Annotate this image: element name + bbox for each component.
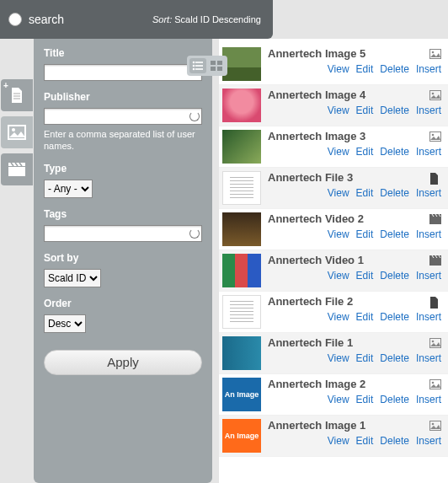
tab-images[interactable] <box>1 116 33 148</box>
image-type-icon <box>429 379 441 391</box>
svg-point-20 <box>432 51 435 54</box>
picture-icon <box>8 125 26 140</box>
sidebar-tabs: + <box>0 39 34 483</box>
tags-input[interactable] <box>44 225 202 242</box>
edit-link[interactable]: Edit <box>356 187 374 199</box>
item-title: Annertech Image 1 <box>268 419 441 432</box>
svg-rect-6 <box>211 61 216 65</box>
svg-rect-8 <box>211 67 216 71</box>
tags-label: Tags <box>44 208 202 220</box>
edit-link[interactable]: Edit <box>356 352 374 364</box>
delete-link[interactable]: Delete <box>380 187 409 199</box>
item-title: Annertech File 1 <box>268 336 441 349</box>
edit-link[interactable]: Edit <box>356 146 374 158</box>
sort-prefix: Sort: <box>152 14 172 24</box>
view-link[interactable]: View <box>328 435 349 447</box>
view-link[interactable]: View <box>328 270 349 282</box>
item-thumbnail[interactable] <box>222 336 261 370</box>
edit-link[interactable]: Edit <box>356 435 374 447</box>
edit-link[interactable]: Edit <box>356 270 374 282</box>
item-actions: ViewEditDeleteInsert <box>268 394 441 405</box>
edit-link[interactable]: Edit <box>356 228 374 240</box>
item-title: Annertech Image 2 <box>268 378 441 390</box>
insert-link[interactable]: Insert <box>416 63 441 75</box>
item-thumbnail[interactable] <box>222 89 261 122</box>
insert-link[interactable]: Insert <box>416 435 441 447</box>
svg-rect-3 <box>195 65 203 67</box>
view-link[interactable]: View <box>328 228 349 240</box>
item-actions: ViewEditDeleteInsert <box>268 63 441 75</box>
title-label: Title <box>44 47 202 59</box>
item-actions: ViewEditDeleteInsert <box>268 435 441 447</box>
delete-link[interactable]: Delete <box>380 228 409 240</box>
insert-link[interactable]: Insert <box>416 228 441 240</box>
svg-point-22 <box>432 93 435 95</box>
view-link[interactable]: View <box>328 311 349 323</box>
view-link[interactable]: View <box>328 146 349 158</box>
sortby-select[interactable]: Scald ID <box>44 269 101 287</box>
svg-point-24 <box>432 134 435 137</box>
delete-link[interactable]: Delete <box>380 311 409 323</box>
edit-link[interactable]: Edit <box>356 105 374 116</box>
item-thumbnail[interactable]: An Image <box>222 419 261 453</box>
view-link[interactable]: View <box>328 63 349 75</box>
header-circle-icon[interactable] <box>8 13 22 26</box>
delete-link[interactable]: Delete <box>380 394 409 405</box>
delete-link[interactable]: Delete <box>380 63 409 75</box>
item-thumbnail[interactable] <box>222 212 261 246</box>
svg-rect-15 <box>8 167 25 176</box>
item-thumbnail[interactable] <box>222 295 261 329</box>
search-placeholder-label[interactable]: search <box>29 13 64 26</box>
sortby-label: Sort by <box>44 252 202 264</box>
view-link[interactable]: View <box>328 352 349 364</box>
delete-link[interactable]: Delete <box>380 270 409 282</box>
item-thumbnail[interactable] <box>222 171 261 205</box>
delete-link[interactable]: Delete <box>380 105 409 116</box>
result-item: Annertech Image 4ViewEditDeleteInsert <box>219 85 448 126</box>
edit-link[interactable]: Edit <box>356 311 374 323</box>
item-title: Annertech Image 5 <box>268 47 441 60</box>
insert-link[interactable]: Insert <box>416 394 441 405</box>
video-type-icon <box>429 214 441 226</box>
item-thumbnail[interactable] <box>222 130 261 164</box>
view-link[interactable]: View <box>328 187 349 199</box>
sort-summary: Sort: Scald ID Descending <box>152 14 261 24</box>
sort-value: Scald ID Descending <box>174 14 261 24</box>
view-link[interactable]: View <box>328 394 349 405</box>
insert-link[interactable]: Insert <box>416 270 441 282</box>
insert-link[interactable]: Insert <box>416 352 441 364</box>
svg-point-40 <box>432 423 435 426</box>
item-title: Annertech Video 2 <box>268 212 441 225</box>
tab-videos[interactable] <box>1 153 33 185</box>
result-item: Annertech File 2ViewEditDeleteInsert <box>219 292 448 333</box>
insert-link[interactable]: Insert <box>416 146 441 158</box>
item-thumbnail[interactable] <box>222 254 261 287</box>
result-item: Annertech File 1ViewEditDeleteInsert <box>219 333 448 374</box>
view-list-icon[interactable] <box>189 58 206 73</box>
delete-link[interactable]: Delete <box>380 352 409 364</box>
view-grid-icon[interactable] <box>208 58 225 73</box>
publisher-label: Publisher <box>44 91 202 103</box>
type-label: Type <box>44 163 202 174</box>
order-select[interactable]: Desc <box>44 314 86 333</box>
tab-add-document[interactable]: + <box>1 79 33 111</box>
item-thumbnail[interactable]: An Image <box>222 378 261 411</box>
view-link[interactable]: View <box>328 105 349 116</box>
type-select[interactable]: - Any - <box>44 180 93 198</box>
delete-link[interactable]: Delete <box>380 435 409 447</box>
insert-link[interactable]: Insert <box>416 105 441 116</box>
result-item: Annertech Image 5ViewEditDeleteInsert <box>219 44 448 85</box>
item-actions: ViewEditDeleteInsert <box>268 146 441 158</box>
item-thumbnail[interactable] <box>222 47 261 81</box>
item-actions: ViewEditDeleteInsert <box>268 311 441 323</box>
publisher-input[interactable] <box>44 108 202 125</box>
title-input[interactable] <box>44 64 202 81</box>
insert-link[interactable]: Insert <box>416 311 441 323</box>
edit-link[interactable]: Edit <box>356 394 374 405</box>
result-item: Annertech Video 2ViewEditDeleteInsert <box>219 209 448 250</box>
svg-rect-25 <box>429 217 441 224</box>
apply-button[interactable]: Apply <box>44 350 202 375</box>
edit-link[interactable]: Edit <box>356 63 374 75</box>
insert-link[interactable]: Insert <box>416 187 441 199</box>
delete-link[interactable]: Delete <box>380 146 409 158</box>
